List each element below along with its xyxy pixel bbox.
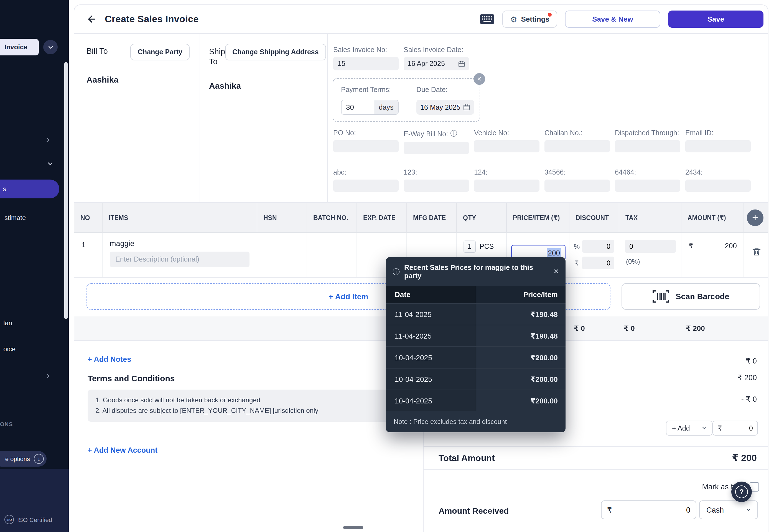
sidebar-item-sale-invoice[interactable]: Invoice — [0, 39, 39, 55]
invoice-date-input[interactable]: 16 Apr 2025 — [404, 57, 469, 70]
popup-price-row[interactable]: 10-04-2025 ₹200.00 — [386, 390, 566, 411]
dispatched-through-input[interactable] — [615, 140, 680, 152]
eway-bill-label: E-Way Bill No: — [404, 130, 448, 138]
item-description-input[interactable] — [110, 252, 249, 267]
due-date-label: Due Date: — [417, 86, 448, 94]
popup-col-price: Price/Item — [476, 286, 566, 303]
rupee-symbol: ₹ — [574, 259, 579, 267]
popup-price-row[interactable]: 11-04-2025 ₹190.48 — [386, 303, 566, 325]
add-notes-link[interactable]: + Add Notes — [88, 355, 131, 364]
discount-amount-input[interactable] — [582, 257, 614, 269]
popup-price-row[interactable]: 10-04-2025 ₹200.00 — [386, 346, 566, 368]
chevron-down-icon — [701, 425, 707, 431]
popup-table-header: Date Price/Item — [386, 286, 566, 303]
vehicle-no-input[interactable] — [474, 140, 540, 152]
add-charge-dropdown[interactable]: + Add — [666, 421, 712, 436]
item-cell: maggie — [103, 233, 257, 277]
col-header-hsn: HSN — [257, 203, 307, 232]
chevron-down-icon[interactable] — [47, 160, 54, 167]
add-new-account-link[interactable]: + Add New Account — [88, 446, 157, 455]
back-arrow-icon[interactable] — [86, 14, 97, 24]
invoice-no-input[interactable] — [333, 57, 399, 70]
sidebar-item-selected[interactable]: s — [0, 180, 59, 198]
item-name[interactable]: maggie — [110, 239, 257, 248]
popup-row-price: ₹190.48 — [476, 325, 566, 346]
challan-no-input[interactable] — [545, 140, 610, 152]
qty-unit[interactable]: PCS — [480, 243, 494, 250]
keyboard-icon[interactable] — [480, 14, 495, 24]
dispatched-through-label: Dispatched Through: — [615, 129, 680, 137]
custom-field-input[interactable] — [615, 180, 680, 192]
chevron-right-icon[interactable] — [44, 372, 52, 380]
iso-certified-label: ISO Certified — [17, 516, 52, 523]
amount-received-input[interactable] — [635, 506, 690, 514]
rupee-symbol: ₹ — [607, 505, 612, 514]
gear-icon: ⚙ — [510, 15, 517, 23]
hsn-cell[interactable] — [257, 233, 307, 277]
sidebar-invoice-dropdown[interactable] — [43, 40, 58, 54]
close-icon[interactable]: ✕ — [553, 268, 559, 275]
sidebar-item-plan[interactable]: lan — [3, 319, 12, 327]
discount-cell: % ₹ — [569, 233, 619, 277]
change-shipping-address-button[interactable]: Change Shipping Address — [225, 44, 326, 60]
settings-button[interactable]: ⚙ Settings — [502, 11, 557, 28]
change-party-button[interactable]: Change Party — [131, 44, 190, 60]
col-header-tax: TAX — [619, 203, 681, 232]
payment-terms-unit: days — [374, 100, 398, 114]
tax-cell: (0%) — [619, 233, 681, 277]
popup-row-date: 11-04-2025 — [386, 304, 476, 325]
notification-dot — [548, 13, 552, 17]
sidebar-item-invoice[interactable]: oice — [3, 345, 16, 353]
summary-value-1: ₹ 0 — [746, 356, 757, 365]
horizontal-scrollbar[interactable] — [343, 526, 363, 529]
bill-to-name: Aashika — [86, 75, 190, 84]
scan-barcode-button[interactable]: Scan Barcode — [622, 283, 760, 310]
popup-title: Recent Sales Prices for maggie to this p… — [404, 263, 549, 280]
save-and-new-button[interactable]: Save & New — [565, 11, 660, 28]
recent-prices-popup: ⓘ Recent Sales Prices for maggie to this… — [386, 257, 566, 432]
po-no-input[interactable] — [333, 140, 399, 152]
qty-input[interactable]: 1 — [464, 241, 476, 253]
terms-title: Terms and Conditions — [88, 374, 410, 383]
amount-currency: ₹ — [689, 242, 693, 277]
popup-price-row[interactable]: 11-04-2025 ₹190.48 — [386, 325, 566, 346]
invoice-no-label: Sales Invoice No: — [333, 46, 399, 54]
custom-field-input[interactable] — [545, 180, 610, 192]
col-header-mfg: MFG DATE — [407, 203, 457, 232]
popup-header: ⓘ Recent Sales Prices for maggie to this… — [386, 257, 566, 286]
chevron-right-icon[interactable] — [44, 136, 52, 144]
batch-cell[interactable] — [307, 233, 357, 277]
close-circle-icon[interactable]: ✕ — [474, 73, 485, 85]
ship-to-label: Ship To — [209, 44, 225, 67]
payment-terms-input[interactable] — [341, 100, 374, 114]
help-button[interactable]: ? — [731, 482, 752, 502]
terms-line: 1. Goods once sold will not be taken bac… — [95, 395, 396, 406]
add-column-button[interactable]: + — [747, 209, 763, 226]
discount-percent-input[interactable] — [582, 240, 614, 253]
custom-field-input[interactable] — [474, 180, 540, 192]
save-button[interactable]: Save — [668, 11, 763, 28]
eway-bill-input[interactable] — [404, 142, 469, 154]
info-icon[interactable]: ⓘ — [450, 129, 457, 139]
round-off-input[interactable] — [731, 424, 753, 432]
total-amount-value: ₹ 200 — [732, 452, 757, 464]
tax-input[interactable] — [625, 240, 676, 253]
sidebar-item-estimate[interactable]: stimate — [4, 214, 26, 222]
custom-field-input[interactable] — [404, 180, 469, 192]
popup-price-row[interactable]: 10-04-2025 ₹200.00 — [386, 368, 566, 390]
payment-mode-dropdown[interactable]: Cash — [699, 500, 758, 519]
trash-icon[interactable] — [752, 247, 761, 277]
sidebar-scrollbar[interactable] — [64, 62, 68, 319]
popup-row-price: ₹190.48 — [476, 304, 566, 325]
transport-fields-row: PO No: E-Way Bill No:ⓘ Vehicle No: Chall… — [333, 129, 751, 154]
challan-no-label: Challan No.: — [545, 129, 610, 137]
custom-field-input[interactable] — [333, 180, 399, 192]
payment-terms-input-group: days — [341, 100, 399, 115]
col-header-exp: EXP. DATE — [357, 203, 407, 232]
sidebar-more-options[interactable]: e options ↓ — [0, 451, 47, 467]
sidebar-bottom-band: ISO ISO Certified — [0, 469, 69, 532]
invoice-meta: Sales Invoice No: Sales Invoice Date: 16… — [328, 34, 768, 202]
email-id-input[interactable] — [685, 140, 751, 152]
due-date-input[interactable]: 16 May 2025 — [417, 100, 474, 115]
custom-field-input[interactable] — [685, 180, 751, 192]
